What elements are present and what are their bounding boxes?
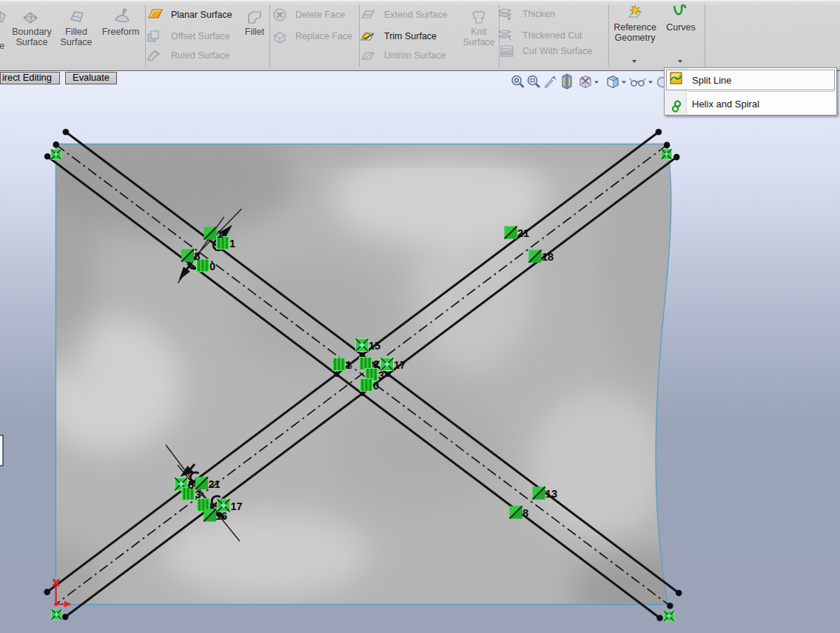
svg-text:1: 1 <box>346 359 352 371</box>
svg-text:0: 0 <box>209 261 215 272</box>
svg-text:3: 3 <box>195 489 201 500</box>
svg-text:3: 3 <box>378 369 384 381</box>
svg-text:21: 21 <box>517 227 529 239</box>
svg-text:0: 0 <box>373 380 379 392</box>
svg-text:1: 1 <box>229 238 235 249</box>
svg-text:18: 18 <box>542 251 554 263</box>
svg-text:17: 17 <box>394 359 406 371</box>
svg-text:5: 5 <box>188 479 194 491</box>
svg-text:1: 1 <box>217 228 223 240</box>
svg-text:15: 15 <box>369 340 380 352</box>
svg-text:8: 8 <box>523 507 528 519</box>
svg-text:17: 17 <box>231 500 243 512</box>
svg-text:21: 21 <box>209 478 221 490</box>
svg-text:2: 2 <box>374 358 380 370</box>
svg-text:16: 16 <box>215 510 227 522</box>
svg-text:8: 8 <box>195 250 201 262</box>
svg-text:13: 13 <box>545 488 557 500</box>
